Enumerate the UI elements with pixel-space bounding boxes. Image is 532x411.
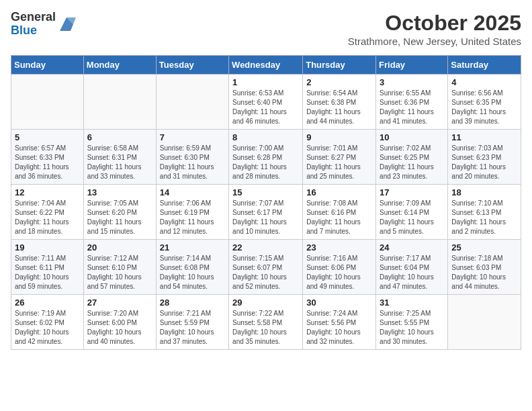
day-info: Sunrise: 7:09 AM Sunset: 6:14 PM Dayligh… (380, 199, 444, 236)
calendar-cell: 22Sunrise: 7:15 AM Sunset: 6:07 PM Dayli… (229, 240, 303, 295)
day-number: 15 (232, 187, 299, 197)
day-info: Sunrise: 6:58 AM Sunset: 6:31 PM Dayligh… (87, 144, 152, 181)
calendar-cell (11, 75, 84, 130)
weekday-header-thursday: Thursday (303, 56, 376, 75)
day-info: Sunrise: 7:04 AM Sunset: 6:22 PM Dayligh… (15, 199, 80, 236)
calendar-cell: 7Sunrise: 6:59 AM Sunset: 6:30 PM Daylig… (156, 130, 228, 185)
day-info: Sunrise: 7:24 AM Sunset: 5:56 PM Dayligh… (306, 309, 372, 347)
calendar-cell: 14Sunrise: 7:06 AM Sunset: 6:19 PM Dayli… (156, 185, 228, 240)
day-info: Sunrise: 7:02 AM Sunset: 6:25 PM Dayligh… (380, 144, 444, 181)
day-number: 5 (15, 132, 80, 142)
day-number: 19 (15, 242, 80, 253)
calendar-cell: 19Sunrise: 7:11 AM Sunset: 6:11 PM Dayli… (11, 240, 84, 295)
day-number: 23 (306, 242, 372, 253)
day-info: Sunrise: 7:08 AM Sunset: 6:16 PM Dayligh… (306, 199, 372, 236)
day-number: 28 (160, 298, 225, 308)
logo-general-text: General (11, 11, 56, 24)
day-info: Sunrise: 7:18 AM Sunset: 6:03 PM Dayligh… (451, 254, 517, 291)
day-number: 3 (380, 77, 444, 87)
calendar-cell: 24Sunrise: 7:17 AM Sunset: 6:04 PM Dayli… (376, 240, 448, 295)
day-info: Sunrise: 7:17 AM Sunset: 6:04 PM Dayligh… (380, 254, 444, 291)
weekday-header-sunday: Sunday (11, 56, 84, 75)
day-info: Sunrise: 7:21 AM Sunset: 5:59 PM Dayligh… (160, 309, 225, 347)
day-number: 20 (87, 242, 152, 253)
logo-blue-text: Blue (11, 24, 56, 38)
calendar-week-row: 12Sunrise: 7:04 AM Sunset: 6:22 PM Dayli… (11, 185, 521, 240)
calendar-cell (83, 75, 156, 130)
calendar-cell: 16Sunrise: 7:08 AM Sunset: 6:16 PM Dayli… (303, 185, 376, 240)
day-number: 11 (451, 132, 517, 142)
day-number: 30 (306, 298, 372, 308)
day-info: Sunrise: 7:00 AM Sunset: 6:28 PM Dayligh… (232, 144, 299, 181)
page-header: General Blue October 2025 Strathmore, Ne… (11, 11, 521, 47)
calendar-week-row: 26Sunrise: 7:19 AM Sunset: 6:02 PM Dayli… (11, 295, 521, 350)
day-number: 17 (380, 187, 444, 197)
day-number: 8 (232, 132, 299, 142)
weekday-header-friday: Friday (376, 56, 448, 75)
calendar-week-row: 1Sunrise: 6:53 AM Sunset: 6:40 PM Daylig… (11, 75, 521, 130)
calendar-cell: 12Sunrise: 7:04 AM Sunset: 6:22 PM Dayli… (11, 185, 84, 240)
calendar-week-row: 5Sunrise: 6:57 AM Sunset: 6:33 PM Daylig… (11, 130, 521, 185)
day-info: Sunrise: 7:16 AM Sunset: 6:06 PM Dayligh… (306, 254, 372, 291)
day-number: 27 (87, 298, 152, 308)
calendar-cell: 18Sunrise: 7:10 AM Sunset: 6:13 PM Dayli… (448, 185, 521, 240)
day-number: 12 (15, 187, 80, 197)
day-info: Sunrise: 7:01 AM Sunset: 6:27 PM Dayligh… (306, 144, 372, 181)
day-info: Sunrise: 6:54 AM Sunset: 6:38 PM Dayligh… (306, 89, 372, 126)
weekday-header-wednesday: Wednesday (229, 56, 303, 75)
calendar-cell: 13Sunrise: 7:05 AM Sunset: 6:20 PM Dayli… (83, 185, 156, 240)
day-info: Sunrise: 7:15 AM Sunset: 6:07 PM Dayligh… (232, 254, 299, 291)
day-info: Sunrise: 6:56 AM Sunset: 6:35 PM Dayligh… (451, 89, 517, 126)
day-info: Sunrise: 6:55 AM Sunset: 6:36 PM Dayligh… (380, 89, 444, 126)
calendar-cell: 30Sunrise: 7:24 AM Sunset: 5:56 PM Dayli… (303, 295, 376, 350)
day-info: Sunrise: 7:03 AM Sunset: 6:23 PM Dayligh… (451, 144, 517, 181)
calendar-cell: 9Sunrise: 7:01 AM Sunset: 6:27 PM Daylig… (303, 130, 376, 185)
calendar-cell: 11Sunrise: 7:03 AM Sunset: 6:23 PM Dayli… (448, 130, 521, 185)
logo-icon (57, 15, 76, 34)
day-info: Sunrise: 6:57 AM Sunset: 6:33 PM Dayligh… (15, 144, 80, 181)
day-number: 29 (232, 298, 299, 308)
day-number: 18 (451, 187, 517, 197)
calendar-cell: 21Sunrise: 7:14 AM Sunset: 6:08 PM Dayli… (156, 240, 228, 295)
day-info: Sunrise: 6:59 AM Sunset: 6:30 PM Dayligh… (160, 144, 225, 181)
day-number: 1 (232, 77, 299, 87)
day-number: 26 (15, 298, 80, 308)
calendar-cell: 3Sunrise: 6:55 AM Sunset: 6:36 PM Daylig… (376, 75, 448, 130)
day-info: Sunrise: 7:20 AM Sunset: 6:00 PM Dayligh… (87, 309, 152, 347)
calendar-cell: 15Sunrise: 7:07 AM Sunset: 6:17 PM Dayli… (229, 185, 303, 240)
day-number: 9 (306, 132, 372, 142)
calendar-week-row: 19Sunrise: 7:11 AM Sunset: 6:11 PM Dayli… (11, 240, 521, 295)
calendar-cell: 4Sunrise: 6:56 AM Sunset: 6:35 PM Daylig… (448, 75, 521, 130)
day-info: Sunrise: 7:25 AM Sunset: 5:55 PM Dayligh… (380, 309, 444, 347)
day-number: 7 (160, 132, 225, 142)
day-number: 2 (306, 77, 372, 87)
day-number: 14 (160, 187, 225, 197)
calendar-cell: 8Sunrise: 7:00 AM Sunset: 6:28 PM Daylig… (229, 130, 303, 185)
day-number: 16 (306, 187, 372, 197)
day-number: 4 (451, 77, 517, 87)
calendar-cell: 25Sunrise: 7:18 AM Sunset: 6:03 PM Dayli… (448, 240, 521, 295)
calendar-cell: 17Sunrise: 7:09 AM Sunset: 6:14 PM Dayli… (376, 185, 448, 240)
calendar-cell: 5Sunrise: 6:57 AM Sunset: 6:33 PM Daylig… (11, 130, 84, 185)
calendar-cell: 20Sunrise: 7:12 AM Sunset: 6:10 PM Dayli… (83, 240, 156, 295)
calendar-cell: 26Sunrise: 7:19 AM Sunset: 6:02 PM Dayli… (11, 295, 84, 350)
month-title: October 2025 (348, 11, 521, 36)
day-number: 25 (451, 242, 517, 253)
calendar-cell: 10Sunrise: 7:02 AM Sunset: 6:25 PM Dayli… (376, 130, 448, 185)
day-info: Sunrise: 7:05 AM Sunset: 6:20 PM Dayligh… (87, 199, 152, 236)
calendar-cell (156, 75, 228, 130)
day-number: 21 (160, 242, 225, 253)
calendar-cell: 6Sunrise: 6:58 AM Sunset: 6:31 PM Daylig… (83, 130, 156, 185)
day-info: Sunrise: 7:22 AM Sunset: 5:58 PM Dayligh… (232, 309, 299, 347)
weekday-header-tuesday: Tuesday (156, 56, 228, 75)
calendar-cell: 23Sunrise: 7:16 AM Sunset: 6:06 PM Dayli… (303, 240, 376, 295)
day-number: 6 (87, 132, 152, 142)
calendar-cell: 28Sunrise: 7:21 AM Sunset: 5:59 PM Dayli… (156, 295, 228, 350)
day-info: Sunrise: 6:53 AM Sunset: 6:40 PM Dayligh… (232, 89, 299, 126)
title-block: October 2025 Strathmore, New Jersey, Uni… (348, 11, 521, 47)
calendar-cell: 31Sunrise: 7:25 AM Sunset: 5:55 PM Dayli… (376, 295, 448, 350)
day-number: 22 (232, 242, 299, 253)
logo: General Blue (11, 11, 76, 38)
day-info: Sunrise: 7:10 AM Sunset: 6:13 PM Dayligh… (451, 199, 517, 236)
day-info: Sunrise: 7:11 AM Sunset: 6:11 PM Dayligh… (15, 254, 80, 291)
